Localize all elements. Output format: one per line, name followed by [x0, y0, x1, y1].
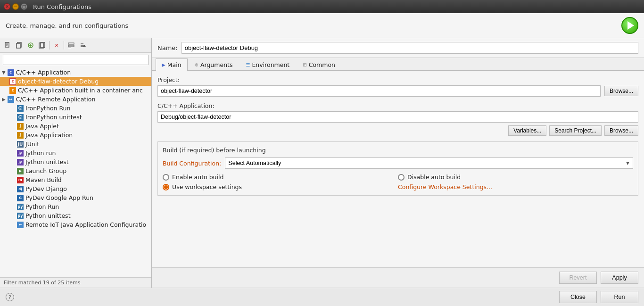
copy-button[interactable] — [37, 40, 47, 50]
variables-button[interactable]: Variables... — [508, 125, 546, 136]
more-options-button[interactable] — [77, 40, 88, 50]
tree-item-python-unittest[interactable]: py Python unittest — [0, 211, 151, 220]
tree-label-junit: JUnit — [25, 141, 39, 148]
duplicate-button[interactable] — [14, 40, 25, 50]
svg-rect-11 — [68, 43, 74, 44]
build-section: Build (if required) before launching Bui… — [157, 141, 638, 196]
collapse-all-button[interactable] — [66, 40, 76, 50]
tree-item-ironpython-unittest[interactable]: ⓟ IronPython unittest — [0, 113, 151, 122]
cpp-application-input[interactable] — [157, 111, 638, 123]
enable-auto-build-radio[interactable] — [163, 174, 169, 181]
cpp-application-label: C/C++ Application: — [157, 102, 638, 109]
search-project-button[interactable]: Search Project... — [549, 125, 602, 136]
build-section-title: Build (if required) before launching — [163, 147, 633, 154]
tree-item-junit[interactable]: JU JUnit — [0, 140, 151, 149]
tab-content-main: Project: Browse... C/C++ Application: Va… — [152, 71, 644, 267]
window-controls[interactable]: ✕ − □ — [4, 3, 27, 10]
tree-label-python-unittest: Python unittest — [25, 212, 71, 219]
project-row: Browse... — [157, 85, 638, 97]
close-window-button[interactable]: ✕ — [4, 3, 10, 10]
tree-label-cpp-app: C/C++ Application — [16, 69, 71, 76]
tree-item-remote-iot[interactable]: ↔ Remote IoT Java Application Configurat… — [0, 220, 151, 229]
jython-unittest-icon: jy — [17, 159, 24, 165]
run-config-button[interactable]: Run — [601, 291, 638, 303]
delete-button[interactable]: ✕ — [51, 40, 62, 50]
revert-button[interactable]: Revert — [559, 272, 597, 284]
project-input[interactable] — [157, 85, 601, 97]
tree-label-object-flaw: object-flaw-detector Debug — [18, 78, 99, 85]
tree-item-java-applet[interactable]: J Java Applet — [0, 122, 151, 131]
tree-label-cpp-container: C/C++ Application built in a container a… — [18, 87, 143, 94]
tree-item-python-run[interactable]: py Python Run — [0, 202, 151, 211]
build-config-row: Build Configuration: Select Automaticall… — [163, 157, 633, 169]
name-label: Name: — [157, 44, 178, 51]
c-selected-icon: c — [9, 78, 16, 85]
project-label: Project: — [157, 76, 638, 83]
tree-item-object-flaw-debug[interactable]: c object-flaw-detector Debug — [0, 77, 151, 86]
disable-auto-build-row[interactable]: Disable auto build — [398, 174, 633, 181]
header-bar: Create, manage, and run configurations — [0, 13, 644, 38]
tree-item-ironpython-run[interactable]: ⓟ IronPython Run — [0, 104, 151, 113]
configure-workspace-link[interactable]: Configure Workspace Settings... — [398, 183, 492, 190]
tree-item-java-application[interactable]: J Java Application — [0, 131, 151, 140]
java-applet-icon: J — [17, 123, 24, 130]
use-workspace-radio[interactable] — [163, 184, 169, 190]
cpp-browse-button[interactable]: Browse... — [604, 125, 638, 136]
tab-common[interactable]: ⊞ Common — [297, 58, 341, 71]
build-config-label: Build Configuration: — [163, 160, 221, 167]
run-button[interactable] — [621, 17, 638, 34]
tree-item-jython-unittest[interactable]: jy Jython unittest — [0, 157, 151, 166]
pydev-django-icon: dj — [17, 186, 24, 192]
arguments-tab-label: Arguments — [200, 61, 233, 68]
new-config-button[interactable] — [3, 40, 13, 50]
new-prototype-button[interactable] — [25, 40, 36, 50]
remote-iot-icon: ↔ — [17, 222, 24, 228]
name-row: Name: — [152, 38, 644, 58]
tree-label-ironpython-unittest: IronPython unittest — [25, 114, 82, 121]
tree-item-cpp-app[interactable]: ▼ c C/C++ Application — [0, 68, 151, 77]
tab-environment[interactable]: ☰ Environment — [239, 58, 296, 71]
svg-rect-12 — [68, 45, 74, 47]
config-bottom-bar: Revert Apply — [152, 267, 644, 288]
use-workspace-row[interactable]: Use workspace settings — [163, 183, 398, 190]
name-input[interactable] — [182, 42, 638, 54]
build-config-select[interactable]: Select Automatically Debug Release — [225, 157, 633, 169]
tree-item-pydev-google[interactable]: G PyDev Google App Run — [0, 193, 151, 202]
tab-arguments[interactable]: ⊕ Arguments — [189, 58, 239, 71]
content-split: ✕ ▼ c C/C++ Application — [0, 38, 644, 288]
minimize-button[interactable]: − — [12, 3, 19, 10]
tree-label-java-applet: Java Applet — [25, 123, 59, 130]
main-area: Create, manage, and run configurations — [0, 13, 644, 306]
configure-workspace-row: Configure Workspace Settings... — [398, 183, 633, 190]
tree-item-maven-build[interactable]: m Maven Build — [0, 175, 151, 184]
filter-status: Filter matched 19 of 25 items — [0, 277, 151, 288]
config-tree: ▼ c C/C++ Application c object-flaw-dete… — [0, 67, 151, 277]
maximize-button[interactable]: □ — [21, 3, 27, 10]
tree-label-cpp-remote: C/C++ Remote Application — [16, 96, 96, 103]
apply-button[interactable]: Apply — [601, 272, 638, 284]
launch-group-icon: ▶ — [17, 168, 24, 174]
window-title: Run Configurations — [33, 3, 91, 10]
project-browse-button[interactable]: Browse... — [604, 86, 638, 96]
environment-tab-icon: ☰ — [246, 62, 250, 67]
tree-label-python-run: Python Run — [25, 203, 59, 210]
footer-bar: ? Close Run — [0, 288, 644, 306]
cpp-application-group: C/C++ Application: Variables... Search P… — [157, 102, 638, 136]
toolbar-separator-1 — [49, 41, 50, 50]
tree-item-jython-run[interactable]: jy Jython run — [0, 149, 151, 157]
tree-item-cpp-container[interactable]: c C/C++ Application built in a container… — [0, 86, 151, 95]
enable-auto-build-row[interactable]: Enable auto build — [163, 174, 398, 181]
tree-item-pydev-django[interactable]: dj PyDev Django — [0, 184, 151, 193]
disable-auto-build-radio[interactable] — [398, 174, 405, 181]
tree-label-maven-build: Maven Build — [25, 176, 62, 183]
tree-item-cpp-remote[interactable]: ▶ ↔ C/C++ Remote Application — [0, 95, 151, 104]
tab-main[interactable]: ▶ Main — [156, 58, 188, 71]
close-button[interactable]: Close — [559, 291, 597, 303]
tree-item-launch-group[interactable]: ▶ Launch Group — [0, 166, 151, 175]
svg-rect-13 — [68, 48, 71, 48]
tree-label-jython-run: Jython run — [25, 149, 56, 157]
java-application-icon: J — [17, 132, 24, 139]
header-subtitle: Create, manage, and run configurations — [6, 22, 128, 29]
help-button[interactable]: ? — [6, 293, 14, 301]
search-input[interactable] — [3, 55, 149, 65]
